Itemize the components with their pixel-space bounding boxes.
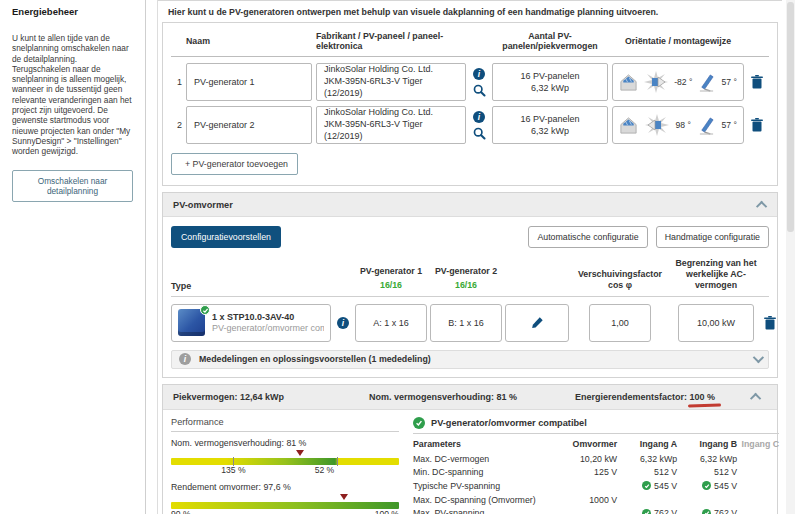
compatibility-panel: PV-generator/omvormer compatibel Paramet… — [413, 414, 779, 514]
peak-power: 6,32 kWp — [531, 82, 569, 94]
automatic-configuration-button[interactable]: Automatische configuratie — [528, 226, 647, 248]
parameter-row: Max. DC-vermogen 10,20 kW 6,32 kWp 6,32 … — [413, 452, 779, 466]
gen1-column-header: PV-generator 1 16/16 — [355, 266, 427, 291]
sidebar-description: U kunt te allen tijde van de snelplannin… — [12, 33, 133, 156]
azimuth-value: 98 ° — [676, 120, 691, 130]
panel-select[interactable]: JinkoSolar Holding Co. Ltd. JKM-395N-6RL… — [316, 63, 466, 101]
generator-row-1: 1 PV-generator 1 JinkoSolar Holding Co. … — [171, 63, 769, 101]
search-icon[interactable] — [473, 84, 486, 97]
delete-inverter-icon[interactable] — [764, 316, 776, 330]
sidebar: Energiebeheer U kunt te allen tijde van … — [0, 0, 146, 514]
performance-title: Performance — [171, 414, 399, 432]
delete-generator-icon[interactable] — [748, 118, 766, 132]
panel-select[interactable]: JinkoSolar Holding Co. Ltd. JKM-395N-6RL… — [316, 106, 466, 144]
inverter-table-header: Type PV-generator 1 16/16 PV-generator 2… — [171, 258, 769, 297]
edit-configuration-button[interactable] — [505, 304, 569, 342]
main-content: Hier kunt u de PV-generatoren ontwerpen … — [158, 0, 782, 514]
tilt-value: 57 ° — [722, 120, 737, 130]
orientation-field[interactable]: 98 ° 57 ° — [612, 106, 744, 144]
inverter-section-header: PV-omvormer — [163, 193, 777, 217]
messages-label: Mededelingen en oplossingsvoorstellen (1… — [199, 354, 431, 364]
generator-name-input[interactable]: PV-generator 1 — [186, 63, 312, 101]
pv-inverter-card: PV-omvormer Configuratievoorstellen Auto… — [162, 192, 778, 378]
manufacturer-name: JinkoSolar Holding Co. Ltd. — [324, 107, 433, 119]
panel-count: 16 PV-panelen — [520, 113, 579, 125]
azimuth-value: -82 ° — [674, 77, 692, 87]
house-icon — [619, 73, 638, 92]
generator-table-header: Naam Fabrikant / PV-paneel / paneel-elek… — [171, 29, 769, 57]
compatibility-title: PV-generator/omvormer compatibel — [413, 414, 779, 434]
peak-power: 6,32 kWp — [531, 125, 569, 137]
info-icon[interactable]: i — [473, 68, 485, 80]
nominal-ratio-summary: Nom. vermogensverhouding: 81 % — [369, 392, 575, 402]
pv-generator-table-card: Naam Fabrikant / PV-paneel / paneel-elek… — [162, 22, 778, 186]
inverter-type-box[interactable]: 1 x STP10.0-3AV-40 PV-generator/omvormer… — [171, 304, 331, 342]
main-scrollbar-track[interactable] — [786, 0, 795, 514]
parameter-table-header: Parameters Omvormer Ingang A Ingang B In… — [413, 436, 779, 452]
check-icon — [413, 417, 425, 429]
info-icon[interactable]: i — [473, 111, 485, 123]
switch-to-detail-planning-button[interactable]: Omschakelen naar detailplanning — [12, 170, 133, 202]
header-aantal: Aantal PV-panelen/piekvermogen — [492, 31, 608, 51]
messages-bar[interactable]: i Mededelingen en oplossingsvoorstellen … — [171, 350, 769, 369]
generator-name-input[interactable]: PV-generator 2 — [186, 106, 312, 144]
manufacturer-name: JinkoSolar Holding Co. Ltd. — [324, 64, 433, 76]
bar1-label: Nom. vermogensverhouding: 81 % — [171, 438, 399, 448]
bar-marker-icon — [296, 450, 304, 456]
tilt-icon — [698, 116, 715, 135]
orientation-field[interactable]: -82 ° 57 ° — [612, 63, 744, 101]
peak-power-summary: Piekvermogen: 12,64 kWp — [173, 392, 369, 402]
panel-model: JKM-395N-6RL3-V Tiger (12/2019) — [324, 76, 458, 99]
info-icon[interactable]: i — [337, 317, 349, 329]
inverter-efficiency-bar — [171, 502, 399, 509]
search-icon[interactable] — [473, 127, 486, 140]
inverter-section-title: PV-omvormer — [173, 200, 233, 210]
panel-count-field[interactable]: 16 PV-panelen 6,32 kWp — [492, 106, 608, 144]
azimuth-compass-icon — [644, 71, 668, 93]
type-column-label: Type — [171, 281, 331, 291]
panel-count-field[interactable]: 16 PV-panelen 6,32 kWp — [492, 63, 608, 101]
house-icon — [619, 116, 638, 135]
gen1-string-count: 16/16 — [355, 280, 427, 291]
azimuth-compass-icon — [645, 114, 669, 136]
summary-bar: Piekvermogen: 12,64 kWp Nom. vermogensve… — [163, 385, 777, 410]
parameter-row: Max. DC-spanning (Omvormer) 1000 V — [413, 493, 779, 507]
row-number: 1 — [171, 77, 182, 87]
panel-model: JKM-395N-6RL3-V Tiger (12/2019) — [324, 119, 458, 142]
compatible-badge-icon — [200, 305, 210, 315]
inverter-image — [178, 309, 205, 336]
delete-generator-icon[interactable] — [748, 75, 766, 89]
inverter-model: 1 x STP10.0-3AV-40 — [212, 312, 324, 323]
input-b-field[interactable]: B: 1 x 16 — [430, 304, 502, 342]
parameter-row: Min. DC-spanning 125 V 512 V 512 V — [413, 466, 779, 480]
configuration-proposals-button[interactable]: Configuratievoorstellen — [171, 226, 281, 248]
add-generator-button[interactable]: + PV-generator toevoegen — [171, 153, 298, 175]
bar2-label: Rendement omvormer: 97,6 % — [171, 482, 399, 492]
parameter-row: Typische PV-spanning 545 V 545 V — [413, 479, 779, 493]
energy-factor-value: 100 % — [690, 392, 716, 402]
tilt-value: 57 ° — [722, 77, 737, 87]
energy-factor-summary: Energierendementsfactor: 100 % — [575, 392, 753, 402]
collapse-chevron-icon[interactable] — [756, 200, 767, 211]
expand-chevron-icon[interactable] — [753, 352, 764, 363]
ac-limit-field[interactable]: 10,00 kW — [678, 304, 754, 342]
check-icon — [642, 509, 651, 514]
header-naam: Naam — [186, 36, 312, 46]
parameter-row: Max. PV-spanning 762 V 762 V — [413, 506, 779, 514]
manual-configuration-button[interactable]: Handmatige configuratie — [656, 226, 769, 248]
app-window: Energiebeheer U kunt te allen tijde van … — [0, 0, 800, 514]
header-orientatie: Oriëntatie / montagewijze — [612, 36, 744, 46]
check-icon — [642, 481, 651, 490]
bar-marker-icon — [340, 494, 348, 500]
sidebar-scrollbar-track[interactable] — [146, 0, 158, 514]
generator-row-2: 2 PV-generator 2 JinkoSolar Holding Co. … — [171, 106, 769, 144]
input-a-field[interactable]: A: 1 x 16 — [355, 304, 427, 342]
info-icon: i — [179, 353, 191, 365]
cos-phi-column-header: Verschuivingsfactor cos φ — [572, 269, 668, 291]
main-scrollbar-thumb[interactable] — [787, 2, 794, 232]
parameter-table: Parameters Omvormer Ingang A Ingang B In… — [413, 436, 779, 514]
pencil-icon — [531, 316, 544, 329]
cos-phi-field[interactable]: 1,00 — [589, 304, 651, 342]
bar2-tick-labels: 90 % 100 % — [171, 509, 399, 514]
performance-panel: Performance Nom. vermogensverhouding: 81… — [171, 414, 399, 514]
